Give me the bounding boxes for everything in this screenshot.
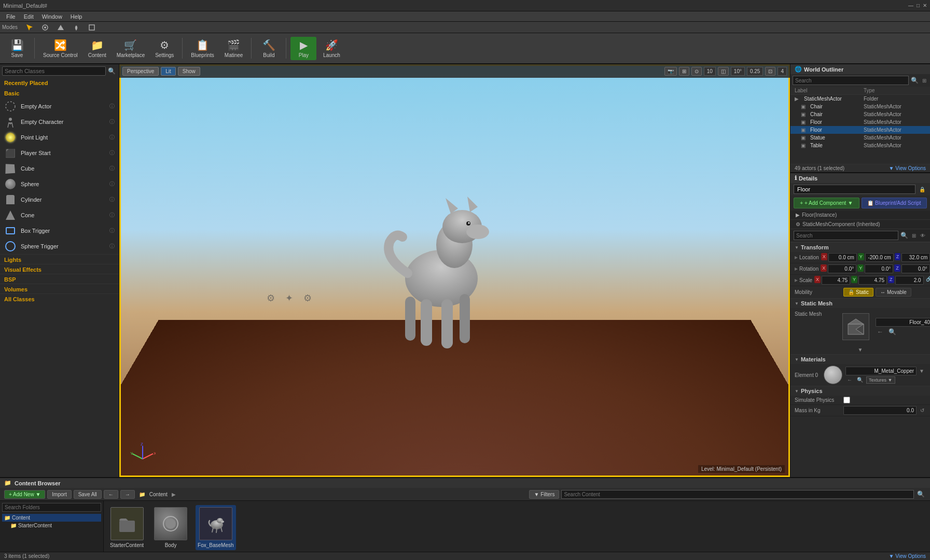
scale-lock-icon[interactable]: 🔗: [925, 276, 930, 285]
cb-filters-btn[interactable]: ▼ Filters: [529, 490, 559, 499]
menu-file[interactable]: File: [2, 11, 20, 21]
rot-x-input[interactable]: [828, 264, 856, 273]
toolbar-marketplace-btn[interactable]: 🛒 Marketplace: [113, 37, 149, 60]
toolbar-settings-btn[interactable]: ⚙ Settings: [151, 37, 178, 60]
outliner-search-input[interactable]: [793, 76, 909, 85]
details-search-btn[interactable]: 🔍: [899, 231, 909, 240]
details-eye-btn[interactable]: 👁: [919, 231, 927, 240]
details-name-input[interactable]: [794, 185, 915, 194]
loc-z-input[interactable]: [901, 253, 930, 262]
mesh-expand-btn[interactable]: ▼: [856, 346, 865, 353]
placement-sphere[interactable]: Sphere ⓘ: [0, 176, 119, 192]
cb-search-btn[interactable]: 🔍: [916, 489, 926, 499]
transform-header[interactable]: Transform: [790, 243, 930, 252]
rot-z-input[interactable]: [901, 264, 930, 273]
outliner-settings-btn[interactable]: ⊞: [921, 76, 928, 85]
tree-item-content[interactable]: 📁 Content: [2, 514, 101, 522]
scale-z-input[interactable]: [895, 276, 924, 285]
outliner-row-3[interactable]: ▣ Floor StaticMeshActor: [790, 118, 930, 126]
vp-scale-btn[interactable]: ◫: [718, 67, 729, 76]
toolbar-save-btn[interactable]: 💾 Save: [4, 37, 30, 60]
vp-cam-speed-btn[interactable]: 📷: [664, 67, 677, 76]
content-item-starter[interactable]: StarterContent: [108, 505, 146, 550]
basic-label[interactable]: Basic: [0, 88, 119, 99]
material-name-input[interactable]: [845, 367, 917, 375]
outliner-search-btn[interactable]: 🔍: [910, 76, 920, 85]
menu-help[interactable]: Help: [66, 11, 87, 21]
placement-empty-actor[interactable]: Empty Actor ⓘ: [0, 99, 119, 114]
outliner-view-options[interactable]: ▼ View Options: [889, 165, 926, 171]
toolbar-play-btn[interactable]: ▶ Play: [290, 37, 316, 60]
materials-header[interactable]: Materials: [790, 355, 930, 364]
mobility-movable-btn[interactable]: ↔ Movable: [876, 288, 911, 297]
viewport-show-btn[interactable]: Show: [178, 67, 200, 76]
close-btn[interactable]: ✕: [923, 3, 927, 8]
placement-box-trigger[interactable]: Box Trigger ⓘ: [0, 223, 119, 239]
menu-edit[interactable]: Edit: [20, 11, 38, 21]
vp-maximize-btn[interactable]: ⊡: [765, 67, 775, 76]
loc-x-input[interactable]: [828, 253, 857, 262]
outliner-row-5[interactable]: ▣ Statue StaticMeshActor: [790, 134, 930, 142]
outliner-row-1[interactable]: ▣ Chair StaticMeshActor: [790, 103, 930, 110]
recently-placed-label[interactable]: Recently Placed: [0, 78, 119, 88]
toolbar-source-control-btn[interactable]: 🔀 Source Control: [39, 37, 82, 60]
blueprint-add-btn[interactable]: 📋 Blueprint/Add Script: [862, 198, 927, 208]
details-lock-btn[interactable]: 🔒: [918, 186, 927, 193]
textures-btn[interactable]: Textures ▼: [866, 376, 895, 384]
simulate-physics-checkbox[interactable]: [843, 397, 850, 403]
mobility-static-btn[interactable]: 🔒 Static: [843, 288, 873, 297]
search-classes-input[interactable]: [2, 66, 106, 76]
cb-save-all-btn[interactable]: Save All: [74, 490, 102, 499]
cb-search-input[interactable]: [561, 490, 914, 499]
menu-window[interactable]: Window: [38, 11, 66, 21]
outliner-row-0[interactable]: ▶ StaticMeshActor Folder: [790, 95, 930, 103]
mat-find-btn[interactable]: 🔍: [855, 376, 865, 383]
mesh-find-btn[interactable]: 🔍: [887, 328, 898, 336]
viewport-perspective-btn[interactable]: Perspective: [122, 67, 159, 76]
cb-folder-search-input[interactable]: [2, 503, 101, 512]
tree-item-starter[interactable]: 📁 StarterContent: [2, 522, 101, 529]
placement-cone[interactable]: Cone ⓘ: [0, 207, 119, 223]
cb-view-options[interactable]: ▼ View Options: [889, 553, 926, 559]
modes-landscape-btn[interactable]: [53, 22, 68, 33]
minimize-btn[interactable]: —: [908, 3, 913, 8]
viewport[interactable]: Perspective Lit Show 📷 ⊞ ⊙ 10 ◫ 10° 0.25…: [119, 64, 790, 477]
placement-empty-character[interactable]: Empty Character ⓘ: [0, 114, 119, 130]
toolbar-build-btn[interactable]: 🔨 Build: [256, 37, 282, 60]
vp-angle-snap-btn[interactable]: ⊙: [691, 67, 702, 76]
physics-header[interactable]: Physics: [790, 386, 930, 396]
placement-point-light[interactable]: Point Light ⓘ: [0, 130, 119, 145]
volumes-section[interactable]: Volumes: [0, 284, 119, 293]
mat-browse-btn[interactable]: ←: [845, 376, 854, 383]
scale-y-input[interactable]: [858, 276, 887, 285]
outliner-row-2[interactable]: ▣ Chair StaticMeshActor: [790, 110, 930, 118]
toolbar-matinee-btn[interactable]: 🎬 Matinee: [220, 37, 247, 60]
bsp-section[interactable]: BSP: [0, 274, 119, 284]
modes-foliage-btn[interactable]: [68, 22, 84, 33]
content-item-body[interactable]: Body: [152, 505, 189, 550]
modes-geometry-btn[interactable]: [84, 22, 100, 33]
placement-cylinder[interactable]: Cylinder ⓘ: [0, 192, 119, 207]
loc-y-input[interactable]: [865, 253, 894, 262]
cb-add-new-btn[interactable]: + Add New ▼: [4, 490, 45, 499]
static-mesh-header[interactable]: Static Mesh: [790, 299, 930, 308]
toolbar-launch-btn[interactable]: 🚀 Launch: [318, 37, 344, 60]
visual-effects-section[interactable]: Visual Effects: [0, 264, 119, 274]
outliner-row-4[interactable]: ▣ Floor StaticMeshActor: [790, 126, 930, 134]
search-classes-btn[interactable]: 🔍: [107, 66, 117, 76]
lights-section[interactable]: Lights: [0, 254, 119, 264]
modes-paint-btn[interactable]: [37, 22, 53, 33]
placement-cube[interactable]: Cube ⓘ: [0, 161, 119, 176]
mass-input[interactable]: [843, 406, 917, 415]
viewport-lit-btn[interactable]: Lit: [161, 67, 176, 76]
details-search-input[interactable]: [794, 231, 898, 240]
toolbar-content-btn[interactable]: 📁 Content: [84, 37, 110, 60]
static-mesh-value[interactable]: [876, 318, 930, 327]
cb-nav-back-btn[interactable]: ←: [104, 490, 118, 499]
outliner-row-6[interactable]: ▣ Table StaticMeshActor: [790, 142, 930, 149]
all-classes-section[interactable]: All Classes: [0, 293, 119, 303]
vp-grid-snap-btn[interactable]: ⊞: [679, 67, 689, 76]
cb-import-btn[interactable]: Import: [47, 490, 71, 499]
mesh-browse-btn[interactable]: ←: [876, 328, 885, 336]
modes-select-btn[interactable]: [22, 22, 37, 33]
